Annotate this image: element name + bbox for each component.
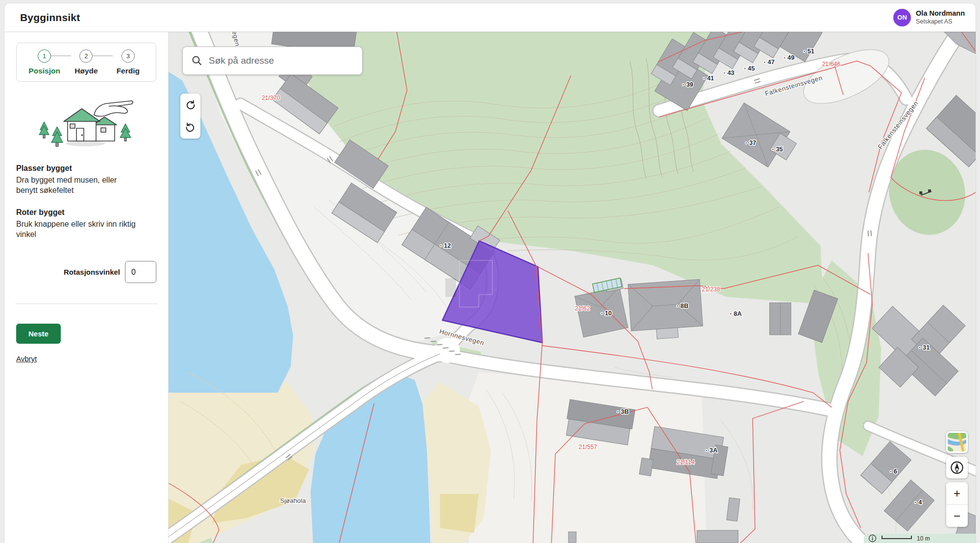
rotate-instructions: Roter bygget Bruk knappene eller skriv i… <box>16 208 156 239</box>
next-button[interactable]: Neste <box>16 324 61 344</box>
rotate-ccw-icon <box>185 122 196 133</box>
svg-text:· 45: · 45 <box>744 65 755 72</box>
rotation-angle-label: Rotasjonsvinkel <box>64 268 120 276</box>
user-menu[interactable]: ON Ola Nordmann Selskapet AS <box>893 9 965 26</box>
svg-text:· 8B: · 8B <box>677 302 688 309</box>
step-hoyde[interactable]: 2 Høyde <box>65 49 107 75</box>
step-label-3: Ferdig <box>117 67 140 75</box>
step-label-1: Posisjon <box>28 67 60 75</box>
svg-text:· 47: · 47 <box>764 58 775 66</box>
avatar[interactable]: ON <box>893 9 911 26</box>
step-circle-3: 3 <box>122 49 135 63</box>
svg-text:21/557: 21/557 <box>579 444 597 450</box>
app-title: Bygginnsikt <box>20 12 80 24</box>
basemap-toggle-button[interactable] <box>946 431 968 453</box>
rotate-counterclockwise-button[interactable] <box>180 116 200 139</box>
user-name: Ola Nordmann <box>916 9 965 18</box>
scale-text: 10 m <box>917 535 930 542</box>
svg-text:· 12: · 12 <box>440 242 451 249</box>
stepper: 1 Posisjon 2 Høyde 3 Ferdig <box>16 43 156 82</box>
place-title: Plasser bygget <box>16 164 156 173</box>
svg-text:· 3B: · 3B <box>617 408 629 415</box>
road-junction <box>435 338 460 363</box>
rotate-clockwise-button[interactable] <box>180 94 200 116</box>
svg-text:· 4: · 4 <box>914 498 922 506</box>
zoom-out-button[interactable]: − <box>946 505 968 527</box>
sand-area-dark <box>440 494 479 533</box>
svg-text:· 43: · 43 <box>724 69 735 76</box>
svg-text:21/114: 21/114 <box>677 459 695 466</box>
app-window: Bygginnsikt ON Ola Nordmann Selskapet AS… <box>4 3 976 543</box>
sidebar-divider <box>15 304 157 304</box>
svg-text:21/646: 21/646 <box>822 61 840 68</box>
place-label: Sjøahola <box>280 497 306 504</box>
svg-text:· 35: · 35 <box>772 145 783 153</box>
info-icon[interactable] <box>868 534 877 543</box>
app-header: Bygginnsikt ON Ola Nordmann Selskapet AS <box>4 3 976 32</box>
svg-text:21/370: 21/370 <box>262 94 280 101</box>
rotate-body: Bruk knappene eller skriv inn riktig vin… <box>16 219 139 239</box>
svg-text:21/62: 21/62 <box>575 305 590 312</box>
rotate-title: Roter bygget <box>16 208 156 217</box>
svg-text:· 3A: · 3A <box>706 447 717 454</box>
rotate-cw-icon <box>185 99 196 111</box>
compass-button[interactable] <box>946 457 968 478</box>
place-instructions: Plasser bygget Dra bygget med musen, ell… <box>16 164 156 195</box>
svg-text:· 8A: · 8A <box>730 310 741 317</box>
zoom-in-button[interactable]: + <box>946 482 968 504</box>
step-ferdig[interactable]: 3 Ferdig <box>107 49 149 75</box>
svg-text:· 6: · 6 <box>890 468 897 475</box>
rotation-angle-input[interactable] <box>125 261 156 283</box>
search-icon <box>191 55 203 67</box>
step-posisjon[interactable]: 1 Posisjon <box>24 49 65 75</box>
svg-text:· 10: · 10 <box>601 309 612 317</box>
step-circle-2: 2 <box>79 49 93 63</box>
map-canvas[interactable]: Hornnesvegen Falkensteinsvegen Falkenste… <box>169 32 976 543</box>
svg-text:21/238: 21/238 <box>702 286 720 293</box>
scale-bar <box>882 536 912 539</box>
svg-text:· 37: · 37 <box>745 139 756 146</box>
map-container[interactable]: Hornnesvegen Falkensteinsvegen Falkenste… <box>169 32 976 543</box>
compass-icon <box>950 461 964 474</box>
svg-text:· 39: · 39 <box>683 81 693 88</box>
step-circle-1: 1 <box>38 49 51 63</box>
search-input[interactable] <box>209 55 355 66</box>
svg-text:· 51: · 51 <box>804 47 814 55</box>
rotate-panel <box>180 94 200 139</box>
svg-text:· 49: · 49 <box>784 54 794 61</box>
svg-text:· 31: · 31 <box>919 344 930 351</box>
place-body: Dra bygget med musen, eller benytt søkef… <box>16 175 139 195</box>
basemap-thumbnail-icon <box>948 433 966 451</box>
wizard-sidebar: 1 Posisjon 2 Høyde 3 Ferdig <box>4 32 169 543</box>
zoom-controls: + − <box>946 482 968 527</box>
scale-attribution-bar: 10 m <box>864 534 976 543</box>
user-company: Selskapet AS <box>916 18 965 25</box>
hand-icon <box>94 101 133 117</box>
cancel-link[interactable]: Avbryt <box>16 354 37 363</box>
svg-text:· 41: · 41 <box>703 74 714 82</box>
address-search-box <box>182 47 363 75</box>
placement-illustration <box>16 94 156 151</box>
step-label-2: Høyde <box>74 67 98 75</box>
